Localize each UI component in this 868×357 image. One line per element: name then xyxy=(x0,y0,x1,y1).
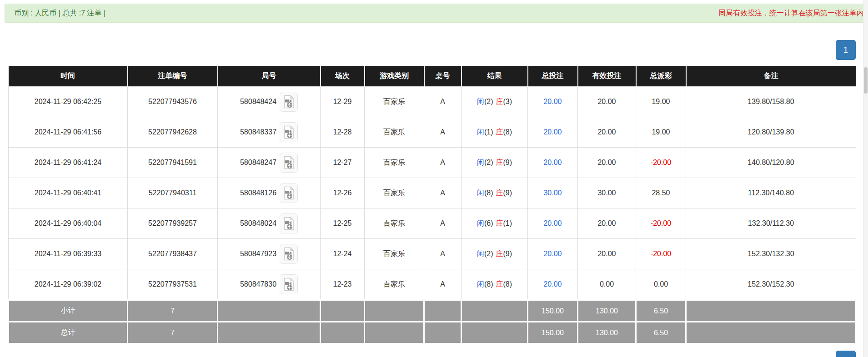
banker-result-label: 庄 xyxy=(496,98,503,105)
vertical-scrollbar-track[interactable] xyxy=(863,0,868,357)
cell-bet-id: 522077942628 xyxy=(128,117,218,148)
cell-round-id: 580848337 xyxy=(218,117,321,148)
video-replay-icon xyxy=(283,156,295,169)
video-replay-button[interactable] xyxy=(280,244,298,264)
cell-total-bet-link[interactable]: 20.00 xyxy=(528,269,578,300)
cell-bet-id: 522077937531 xyxy=(128,269,218,300)
col-header-total-bet: 总投注 xyxy=(528,66,578,87)
video-replay-button[interactable] xyxy=(280,183,298,203)
cell-round-id: 580847830 xyxy=(218,269,321,300)
cell-remark: 152.30/152.30 xyxy=(686,269,856,300)
total-label: 总计 xyxy=(9,322,128,344)
cell-game-type: 百家乐 xyxy=(365,239,424,269)
cell-game-type: 百家乐 xyxy=(365,117,424,148)
banker-result-value: (9) xyxy=(503,189,512,197)
cell-time: 2024-11-29 06:39:33 xyxy=(9,239,128,269)
player-result-label: 闲 xyxy=(477,250,484,258)
cell-valid-bet: 0.00 xyxy=(578,269,636,300)
cell-bet-id: 522077938437 xyxy=(128,239,218,269)
player-result-label: 闲 xyxy=(477,159,484,166)
cell-valid-bet: 20.00 xyxy=(578,87,636,117)
video-replay-button[interactable] xyxy=(280,213,298,233)
cell-remark: 112.30/140.80 xyxy=(686,178,856,208)
cell-total-bet-link[interactable]: 20.00 xyxy=(528,208,578,239)
cell-total-bet-link[interactable]: 30.00 xyxy=(528,178,578,208)
player-result-label: 闲 xyxy=(477,280,484,288)
cell-total-bet-link[interactable]: 20.00 xyxy=(528,117,578,148)
cell-time: 2024-11-29 06:41:56 xyxy=(9,117,128,148)
col-header-round-id: 局号 xyxy=(218,66,321,87)
video-replay-icon xyxy=(283,278,295,291)
cell-payout: 19.00 xyxy=(636,87,686,117)
video-replay-button[interactable] xyxy=(280,122,298,142)
video-replay-button[interactable] xyxy=(280,92,298,112)
cell-result: 闲(8)庄(8) xyxy=(462,269,528,300)
cell-game-type: 百家乐 xyxy=(365,269,424,300)
cell-round-id: 580848424 xyxy=(218,87,321,117)
subtotal-label: 小计 xyxy=(9,300,128,322)
banker-result-label: 庄 xyxy=(496,159,503,166)
total-count: 7 xyxy=(128,322,218,344)
video-replay-button[interactable] xyxy=(280,274,298,294)
banker-result-value: (9) xyxy=(503,250,512,258)
cell-result: 闲(1)庄(8) xyxy=(462,117,528,148)
currency-summary-text: 币别 : 人民币 | 总共 :7 注单 | xyxy=(14,9,105,18)
banker-result-label: 庄 xyxy=(496,128,503,136)
cell-game-type: 百家乐 xyxy=(365,208,424,239)
banker-result-label: 庄 xyxy=(496,250,503,258)
cell-result: 闲(2)庄(3) xyxy=(462,87,528,117)
cell-round-id: 580848024 xyxy=(218,208,321,239)
cell-payout: 28.50 xyxy=(636,178,686,208)
cell-session: 12-27 xyxy=(321,148,365,178)
cell-remark: 152.30/132.30 xyxy=(686,239,856,269)
table-header-row: 时间 注单编号 局号 场次 游戏类别 桌号 结果 总投注 有效投注 总派彩 备注 xyxy=(9,66,856,87)
round-id-text: 580848337 xyxy=(240,128,276,136)
cell-game-type: 百家乐 xyxy=(365,148,424,178)
video-replay-icon xyxy=(283,125,295,139)
video-replay-button[interactable] xyxy=(280,153,298,173)
cell-round-id: 580848126 xyxy=(218,178,321,208)
cell-result: 闲(8)庄(9) xyxy=(462,178,528,208)
banker-result-value: (1) xyxy=(503,219,512,227)
pagination-page-1-bottom[interactable]: 1 xyxy=(836,351,856,357)
cell-total-bet-link[interactable]: 20.00 xyxy=(528,87,578,117)
table-row: 2024-11-29 06:41:56 522077942628 5808483… xyxy=(9,117,856,148)
banker-result-label: 庄 xyxy=(496,219,503,227)
table-row: 2024-11-29 06:40:41 522077940311 5808481… xyxy=(9,178,856,208)
col-header-time: 时间 xyxy=(9,66,128,87)
pagination-page-1-top[interactable]: 1 xyxy=(836,40,856,60)
cell-payout: 19.00 xyxy=(636,117,686,148)
cell-table-no: A xyxy=(424,178,462,208)
subtotal-row: 小计 7 150.00 130.00 6.50 xyxy=(9,300,856,322)
col-header-payout: 总派彩 xyxy=(636,66,686,87)
subtotal-count: 7 xyxy=(128,300,218,322)
cell-session: 12-25 xyxy=(321,208,365,239)
cell-total-bet-link[interactable]: 20.00 xyxy=(528,148,578,178)
video-replay-icon xyxy=(283,95,295,109)
cell-bet-id: 522077943576 xyxy=(128,87,218,117)
cell-valid-bet: 20.00 xyxy=(578,208,636,239)
cell-valid-bet: 30.00 xyxy=(578,178,636,208)
cell-remark: 140.80/120.80 xyxy=(686,148,856,178)
vertical-scrollbar-thumb[interactable] xyxy=(864,67,868,94)
player-result-value: (2) xyxy=(484,250,493,258)
table-row: 2024-11-29 06:41:24 522077941591 5808482… xyxy=(9,148,856,178)
cell-payout: -20.00 xyxy=(636,148,686,178)
cell-time: 2024-11-29 06:40:04 xyxy=(9,208,128,239)
round-id-text: 580848424 xyxy=(240,98,276,106)
cell-result: 闲(2)庄(9) xyxy=(462,148,528,178)
video-replay-icon xyxy=(283,186,295,200)
cell-table-no: A xyxy=(424,208,462,239)
col-header-session: 场次 xyxy=(321,66,365,87)
cell-remark: 132.30/112.30 xyxy=(686,208,856,239)
player-result-value: (2) xyxy=(484,159,493,166)
cell-total-bet-link[interactable]: 20.00 xyxy=(528,239,578,269)
table-row: 2024-11-29 06:39:33 522077938437 5808479… xyxy=(9,239,856,269)
cell-session: 12-24 xyxy=(321,239,365,269)
table-row: 2024-11-29 06:40:04 522077939257 5808480… xyxy=(9,208,856,239)
cell-valid-bet: 20.00 xyxy=(578,117,636,148)
banker-result-label: 庄 xyxy=(496,189,503,197)
player-result-value: (2) xyxy=(484,98,493,105)
banker-result-value: (9) xyxy=(503,159,512,166)
cell-session: 12-29 xyxy=(321,87,365,117)
